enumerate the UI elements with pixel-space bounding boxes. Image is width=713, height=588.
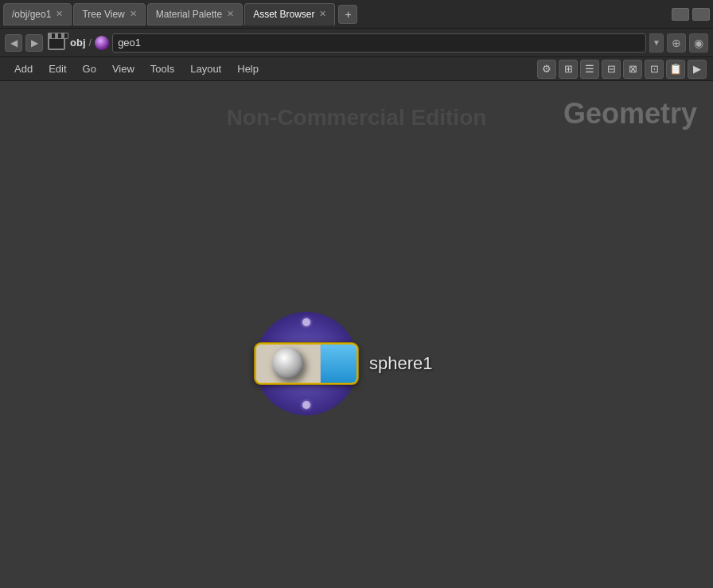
menu-view[interactable]: View: [104, 61, 142, 76]
sphere-ball: [272, 348, 304, 380]
main-content: Non-Commercial Edition Geometry sphere1: [0, 81, 713, 588]
bookmark-button[interactable]: ⊕: [667, 33, 686, 53]
tab-label: Asset Browser: [253, 9, 314, 20]
tool-clipboard[interactable]: 📋: [666, 60, 685, 79]
tab-material-palette[interactable]: Material Palette ✕: [147, 3, 243, 25]
node-container[interactable]: sphere1: [255, 312, 433, 415]
geometry-label: Geometry: [563, 97, 697, 130]
node-tile[interactable]: [255, 343, 358, 384]
tab-tree-view[interactable]: Tree View ✕: [73, 3, 145, 25]
back-button[interactable]: ◀: [5, 34, 22, 52]
menu-tools[interactable]: Tools: [142, 61, 182, 76]
sphere-preview: [256, 345, 321, 383]
watermark: Non-Commercial Edition: [227, 105, 487, 130]
menu-layout[interactable]: Layout: [182, 61, 229, 76]
address-dropdown[interactable]: ▼: [649, 33, 664, 53]
node-halo: [255, 312, 358, 415]
tool-list[interactable]: ☰: [580, 60, 599, 79]
clapperboard-icon: [48, 36, 65, 50]
tab-close-material-palette[interactable]: ✕: [227, 9, 234, 19]
tab-label: /obj/geo1: [12, 9, 51, 20]
tab-label: Tree View: [82, 9, 124, 20]
tool-grid1[interactable]: ⊞: [559, 60, 578, 79]
menu-go[interactable]: Go: [75, 61, 104, 76]
menu-add[interactable]: Add: [6, 61, 41, 76]
menu-help[interactable]: Help: [229, 61, 267, 76]
tool-settings[interactable]: ⚙: [537, 60, 556, 79]
tab-close-asset-browser[interactable]: ✕: [319, 9, 326, 19]
path-obj: obj: [70, 37, 86, 49]
tab-asset-browser[interactable]: Asset Browser ✕: [244, 3, 335, 25]
tab-bar: /obj/geo1 ✕ Tree View ✕ Material Palette…: [0, 0, 713, 29]
tool-play[interactable]: ▶: [688, 60, 707, 79]
path-separator: /: [89, 37, 92, 49]
forward-button[interactable]: ▶: [25, 34, 43, 52]
address-bar: ◀ ▶ obj / ▼ ⊕ ◉: [0, 29, 713, 57]
tab-close-obj-geo1[interactable]: ✕: [56, 9, 63, 19]
window-controls: [672, 8, 710, 21]
tool-grid2[interactable]: ⊟: [602, 60, 621, 79]
tab-obj-geo1[interactable]: /obj/geo1 ✕: [3, 3, 72, 25]
toolbar-icons: ⚙ ⊞ ☰ ⊟ ⊠ ⊡ 📋 ▶: [537, 60, 707, 79]
tab-close-tree-view[interactable]: ✕: [130, 9, 137, 19]
tool-grid3[interactable]: ⊠: [623, 60, 642, 79]
tab-add-button[interactable]: +: [338, 5, 357, 24]
address-input[interactable]: [112, 33, 646, 53]
node-name: sphere1: [369, 353, 433, 374]
geo-icon: [95, 36, 109, 50]
tool-grid4[interactable]: ⊡: [645, 60, 664, 79]
home-button[interactable]: ◉: [689, 33, 708, 53]
minimize-button[interactable]: [672, 8, 689, 21]
clapper-icon: [46, 33, 67, 53]
tab-label: Material Palette: [156, 9, 222, 20]
menu-edit[interactable]: Edit: [41, 61, 74, 76]
maximize-button[interactable]: [692, 8, 710, 21]
node-blue-panel: [321, 345, 356, 383]
menu-bar: Add Edit Go View Tools Layout Help ⚙ ⊞ ☰…: [0, 57, 713, 81]
